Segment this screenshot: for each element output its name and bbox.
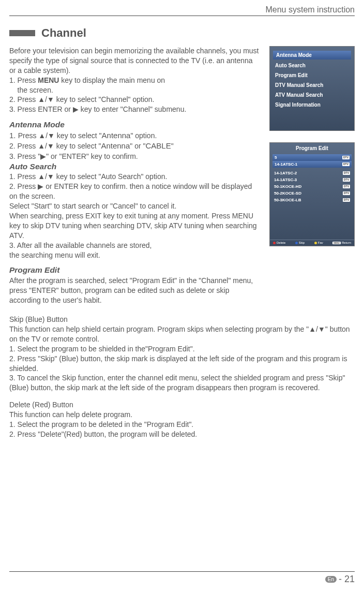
skip-step-1: 1. Select the program to be shielded in … [9, 344, 355, 354]
channel-label: 14-1ATSC-1 [275, 162, 297, 167]
channel-label: 5 [275, 155, 277, 160]
program-edit-footer: Delete Skip Fav MENU Return [270, 240, 354, 246]
text: key to display the main menu on [59, 76, 165, 84]
blue-dot-icon [295, 242, 298, 244]
skip-heading: Skip (Blue) Button [9, 315, 355, 324]
page-footer: En - 21 [9, 571, 355, 585]
right-column: Antenna Mode Auto Search Program Edit DT… [269, 46, 355, 305]
text: 1. [9, 131, 18, 140]
intro-step-1-cont: the screen. [9, 85, 259, 95]
menu-item-signal-info[interactable]: Signal Information [270, 100, 354, 110]
channel-label: 50-2KOCE-SD [274, 191, 301, 196]
yellow-dot-icon [314, 242, 317, 244]
text: 1. Press [9, 76, 38, 84]
language-badge: En [325, 576, 337, 583]
footer-return-label: Return [342, 241, 351, 244]
program-row[interactable]: 50-2KOCE-SD DTV [270, 190, 354, 197]
text: " [171, 142, 174, 150]
program-row[interactable]: 14-1ATSC-3 DTV [270, 176, 354, 183]
dtv-badge: DTV [343, 178, 350, 182]
footer-fav-label: Fav [318, 241, 323, 244]
menu-item-antenna-mode[interactable]: Antenna Mode [273, 51, 351, 60]
text: Antenna [101, 141, 130, 150]
footer-fav[interactable]: Fav [314, 241, 323, 244]
lower-text-block: Skip (Blue) Button This function can hel… [9, 315, 355, 439]
program-row[interactable]: 50-3KOCE-LB DTV [270, 197, 354, 203]
program-row[interactable]: 50-1KOCE-HD DTV [270, 183, 354, 190]
dtv-badge: DTV [342, 162, 350, 166]
section-title-row: Channel [9, 26, 355, 40]
panel-spacer [270, 203, 354, 240]
delete-heading: Delete (Red) Button [9, 400, 355, 410]
skip-step-3: 3. To cancel the Skip function, enter th… [9, 373, 355, 393]
text: 2. Press ▲/▼ key to select " [9, 142, 101, 150]
program-row[interactable]: 5 DTV [272, 154, 352, 161]
antenna-step-3: 3. Press "▶" or "ENTER" key to confirm. [9, 152, 259, 161]
program-row[interactable]: 14-1ATSC-2 DTV [270, 170, 354, 176]
menu-item-atv-manual[interactable]: ATV Manual Search [270, 90, 354, 100]
antenna-step-1: 1. Press ▲/▼ key to select "Antenna" opt… [9, 130, 259, 141]
intro-paragraph: Before your television can begin memoriz… [9, 46, 259, 76]
footer-skip[interactable]: Skip [295, 241, 305, 244]
autosearch-exit: the searching menu will exit. [9, 250, 259, 260]
dtv-badge: DTV [343, 191, 350, 195]
page-number: - 21 [339, 574, 355, 585]
menu-item-auto-search[interactable]: Auto Search [270, 61, 354, 70]
footer-delete[interactable]: Delete [273, 241, 285, 244]
menu-item-dtv-manual[interactable]: DTV Manual Search [270, 80, 354, 90]
intro-step-2: 2. Press ▲/▼ key to select "Channel" opt… [9, 95, 259, 105]
skip-para: This function can help shield certain pr… [9, 324, 355, 344]
autosearch-step-3: 3. After all the available channels are … [9, 241, 259, 250]
intro-step-3: 3. Press ENTER or ▶ key to enter "Channe… [9, 105, 259, 114]
menu-key-label: MENU [38, 76, 59, 84]
channel-label: 14-1ATSC-3 [274, 177, 297, 182]
text: " or " [130, 142, 145, 150]
antenna-mode-heading: Antenna Mode [9, 120, 259, 130]
page-header: Menu system instruction [9, 5, 355, 16]
title-bar-decor [9, 30, 35, 36]
delete-step-2: 2. Press "Delete"(Red) button, the progr… [9, 430, 355, 439]
dtv-badge: DTV [343, 185, 350, 188]
text: " option. [130, 131, 157, 140]
autosearch-when: When searching, press EXIT key to exit t… [9, 211, 259, 241]
program-edit-panel-title: Program Edit [270, 143, 354, 154]
text: Press ▲/▼ key to select " [18, 131, 102, 140]
intro-step-1: 1. Press MENU key to display the main me… [9, 76, 259, 85]
program-edit-heading: Program Edit [9, 265, 259, 276]
body-text-column: Before your television can begin memoriz… [9, 46, 259, 305]
section-title: Channel [41, 26, 86, 40]
auto-search-heading: Auto Search [9, 161, 259, 172]
autosearch-step-1: 1. Press ▲/▼ key to select "Auto Search"… [9, 172, 259, 182]
delete-para: This function can help delete program. [9, 410, 355, 420]
dtv-badge: DTV [342, 156, 350, 159]
delete-step-1: 1. Select the program to be deleted in t… [9, 420, 355, 430]
footer-skip-label: Skip [299, 241, 305, 244]
red-dot-icon [273, 242, 276, 244]
program-edit-para: After the program is searched, select "P… [9, 276, 259, 305]
autosearch-step-2: 2. Press ▶ or ENTER key to confirm. then… [9, 182, 259, 201]
menu-key-icon: MENU [332, 242, 341, 244]
text: Antenna [102, 131, 131, 140]
dtv-badge: DTV [343, 198, 350, 202]
autosearch-select: Select "Start" to start search or "Cance… [9, 201, 259, 211]
footer-delete-label: Delete [277, 241, 285, 244]
dtv-badge: DTV [343, 171, 350, 175]
footer-return[interactable]: MENU Return [332, 241, 351, 244]
program-edit-panel: Program Edit 5 DTV 14-1ATSC-1 DTV 14-1AT… [269, 142, 355, 246]
program-row[interactable]: 14-1ATSC-1 DTV [272, 161, 352, 168]
channel-label: 50-1KOCE-HD [274, 184, 301, 189]
channel-label: 14-1ATSC-2 [274, 171, 297, 175]
text: CABLE [145, 141, 171, 150]
channel-label: 50-3KOCE-LB [274, 198, 301, 202]
menu-item-program-edit[interactable]: Program Edit [270, 70, 354, 80]
skip-step-2: 2. Press "Skip" (Blue) button, the skip … [9, 354, 355, 374]
antenna-step-2: 2. Press ▲/▼ key to select "Antenna" or … [9, 141, 259, 151]
channel-menu-panel: Antenna Mode Auto Search Program Edit DT… [269, 46, 355, 131]
